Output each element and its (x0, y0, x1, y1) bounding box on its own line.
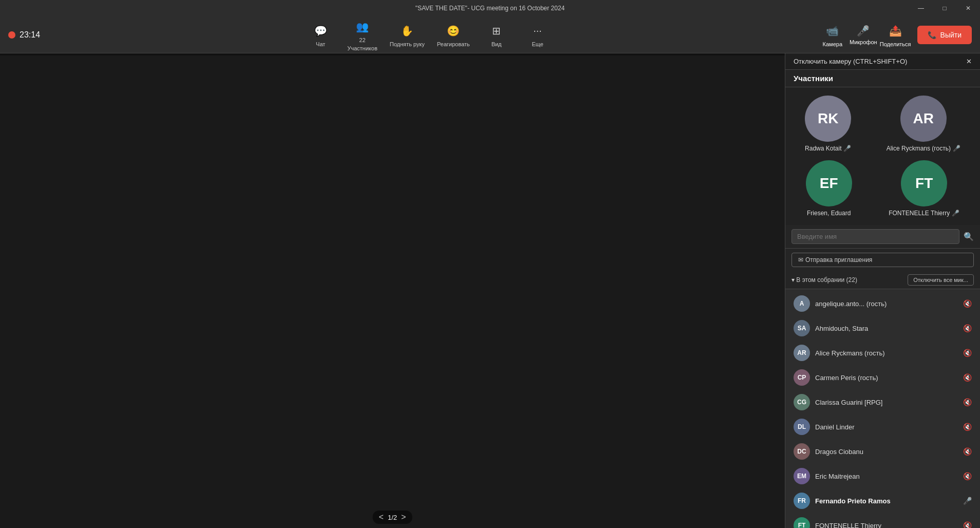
toolbar: 23:14 💬 Чат 👥 22 Участников ✋ Поднять ру… (0, 16, 980, 53)
featured-circle-ft: FT (901, 160, 947, 206)
participant-mic-icon: 🔇 (963, 447, 972, 456)
participant-mic-icon: 🔇 (963, 521, 972, 528)
participant-avatar: AR (794, 345, 810, 361)
right-panel: Отключить камеру (CTRL+SHIFT+O) ✕ Участн… (785, 53, 980, 528)
list-item[interactable]: CPCarmen Peris (гость)🔇 (785, 365, 980, 390)
list-item[interactable]: SAAhmidouch, Stara🔇 (785, 316, 980, 341)
featured-name-ft: FONTENELLE Thierry 🎤 (889, 210, 959, 217)
participant-mic-icon: 🔇 (963, 373, 972, 382)
window-title: "SAVE THE DATE"- UCG meeting on 16 Octob… (416, 5, 565, 12)
list-item[interactable]: DCDragos Ciobanu🔇 (785, 439, 980, 464)
share-icon: 📤 (887, 23, 903, 39)
toolbar-center: 💬 Чат 👥 22 Участников ✋ Поднять руку 😊 Р… (40, 18, 818, 51)
toolbar-left: 23:14 (8, 30, 40, 40)
list-item[interactable]: Aangelique.anto... (гость)🔇 (785, 291, 980, 316)
raise-hand-button[interactable]: ✋ Поднять руку (390, 23, 425, 47)
featured-row-2: EF Friesen, Eduard FT FONTENELLE Thierry… (794, 160, 972, 217)
main-content: ★ SPIESBERGER Agnieszka (SCIC) Fernando … (0, 53, 980, 528)
participant-mic-icon: 🔇 (963, 299, 972, 308)
participant-name: angelique.anto... (гость) (815, 300, 958, 308)
participant-name: Daniel Linder (815, 423, 958, 431)
list-item[interactable]: EMEric Maitrejean🔇 (785, 464, 980, 488)
mic-icon-rk: 🎤 (843, 145, 851, 152)
invite-icon: ✉ (798, 256, 803, 263)
participant-mic-icon: 🔇 (963, 324, 972, 332)
participant-avatar: A (794, 295, 810, 312)
video-grid: ★ SPIESBERGER Agnieszka (SCIC) Fernando … (0, 53, 785, 55)
video-container: ★ SPIESBERGER Agnieszka (SCIC) Fernando … (0, 53, 785, 528)
featured-name-ef: Friesen, Eduard (807, 210, 851, 217)
mic-icon-ar: 🎤 (953, 145, 960, 152)
next-page-button[interactable]: > (401, 513, 406, 522)
participants-header: 🔍 ✉ Отправка приглашения ▾ В этом собран… (785, 225, 980, 289)
mute-all-button[interactable]: Отключить все мик... (908, 274, 974, 286)
featured-name-rk: Radwa Kotait 🎤 (805, 145, 851, 152)
more-button[interactable]: ··· Еще (523, 23, 552, 47)
featured-avatar-ft: FT FONTENELLE Thierry 🎤 (889, 160, 959, 217)
participant-mic-icon: 🔇 (963, 472, 972, 480)
camera-icon: 📹 (824, 23, 841, 39)
window-controls: — □ ✕ (909, 0, 980, 16)
camera-tooltip: Отключить камеру (CTRL+SHIFT+O) ✕ (785, 53, 980, 70)
participant-avatar: DC (794, 443, 810, 460)
timer: 23:14 (20, 30, 40, 40)
pagination: < 1/2 > (373, 511, 412, 524)
featured-name-ar: Alice Ryckmans (гость) 🎤 (887, 145, 960, 152)
list-item[interactable]: FRFernando Prieto Ramos🎤 (785, 488, 980, 513)
participant-mic-icon: 🔇 (963, 349, 972, 357)
recording-indicator (8, 31, 15, 39)
page-info: 1/2 (388, 514, 397, 521)
participant-name: Alice Ryckmans (гость) (815, 349, 958, 357)
participant-mic-icon: 🎤 (963, 497, 972, 505)
participant-name: Eric Maitrejean (815, 473, 958, 480)
minimize-button[interactable]: — (909, 0, 933, 16)
toolbar-right: 📹 Камера 🎤 Микрофон 📤 Поделиться 📞 Выйти (818, 23, 972, 47)
react-button[interactable]: 😊 Реагировать (437, 23, 470, 47)
participant-avatar: SA (794, 320, 810, 336)
participant-mic-icon: 🔇 (963, 398, 972, 406)
maximize-button[interactable]: □ (933, 0, 956, 16)
participants-icon: 👥 (354, 18, 370, 35)
participant-avatar: FR (794, 493, 810, 509)
meeting-label: ▾ В этом собрании (22) (791, 276, 857, 284)
participant-name: FONTENELLE Thierry (815, 522, 958, 529)
camera-button[interactable]: 📹 Камера (818, 23, 847, 47)
participant-avatar: EM (794, 468, 810, 484)
chat-button[interactable]: 💬 Чат (306, 23, 335, 47)
mic-button[interactable]: 🎤 Микрофон (849, 25, 878, 45)
participant-mic-icon: 🔇 (963, 423, 972, 431)
close-tooltip-icon[interactable]: ✕ (966, 58, 972, 65)
list-item[interactable]: ARAlice Ryckmans (гость)🔇 (785, 341, 980, 365)
close-button[interactable]: ✕ (956, 0, 980, 16)
participants-list: Aangelique.anto... (гость)🔇SAAhmidouch, … (785, 289, 980, 528)
participant-name: Dragos Ciobanu (815, 448, 958, 456)
invite-button[interactable]: ✉ Отправка приглашения (791, 253, 974, 267)
participant-name: Fernando Prieto Ramos (815, 497, 958, 505)
view-button[interactable]: ⊞ Вид (482, 23, 511, 47)
chat-icon: 💬 (312, 23, 329, 39)
titlebar: "SAVE THE DATE"- UCG meeting on 16 Octob… (0, 0, 980, 16)
featured-circle-rk: RK (805, 96, 851, 142)
featured-avatar-ar: AR Alice Ryckmans (гость) 🎤 (887, 96, 960, 152)
search-icon[interactable]: 🔍 (964, 232, 974, 241)
mic-icon-ft: 🎤 (952, 210, 959, 217)
featured-avatar-ef: EF Friesen, Eduard (806, 160, 852, 217)
meeting-info-bar: ▾ В этом собрании (22) Отключить все мик… (785, 271, 980, 289)
participants-button[interactable]: 👥 22 Участников (347, 18, 378, 51)
participant-avatar: FT (794, 517, 810, 528)
list-item[interactable]: CGClarissa Guarini [RPG]🔇 (785, 390, 980, 414)
participant-name: Clarissa Guarini [RPG] (815, 399, 958, 406)
leave-button[interactable]: 📞 Выйти (917, 26, 972, 44)
participants-panel-title: Участники (785, 70, 980, 87)
featured-participants: RK Radwa Kotait 🎤 AR Alice Ryckmans (гос… (785, 87, 980, 225)
participant-name: Ahmidouch, Stara (815, 325, 958, 332)
mic-icon: 🎤 (857, 25, 870, 37)
featured-circle-ar: AR (900, 96, 947, 142)
more-icon: ··· (530, 23, 546, 39)
participant-avatar: CG (794, 394, 810, 410)
share-button[interactable]: 📤 Поделиться (880, 23, 911, 47)
prev-page-button[interactable]: < (379, 513, 384, 522)
list-item[interactable]: DLDaniel Linder🔇 (785, 414, 980, 439)
search-input[interactable] (791, 229, 959, 244)
list-item[interactable]: FTFONTENELLE Thierry🔇 (785, 513, 980, 528)
